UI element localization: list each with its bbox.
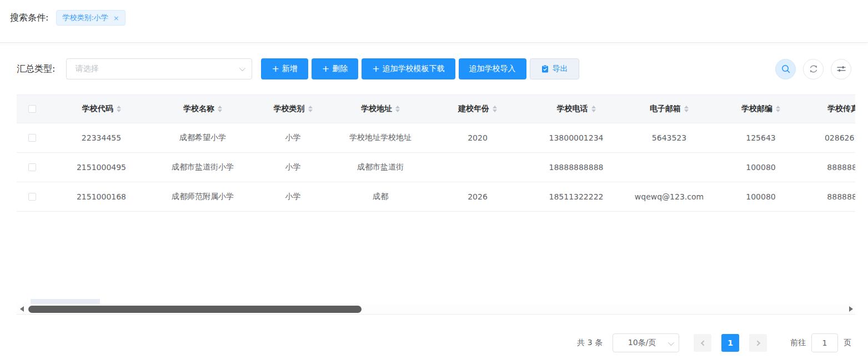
refresh-icon — [809, 64, 819, 74]
table-empty-area — [17, 211, 855, 304]
cell-school-code: 2151000495 — [47, 153, 155, 182]
cell-school-phone: 13800001234 — [530, 123, 622, 152]
chevron-left-icon — [700, 340, 706, 346]
sort-icon[interactable] — [776, 106, 780, 112]
chevron-down-icon — [239, 65, 245, 71]
cell-school-phone: 18888888888 — [530, 153, 622, 182]
total-count: 共 3 条 — [577, 338, 603, 348]
cell-school-code: 22334455 — [47, 123, 155, 152]
add-button-label: 新增 — [282, 64, 298, 74]
summary-type-label: 汇总类型: — [17, 63, 55, 75]
select-all-checkbox[interactable] — [28, 105, 36, 113]
sort-icon[interactable] — [117, 106, 121, 112]
import-button-label: 追加学校导入 — [469, 64, 516, 74]
template-download-button[interactable]: + 追加学校模板下载 — [362, 58, 455, 79]
column-header: 学校代码 — [47, 95, 155, 123]
cell-school-name: 成都市盐道街小学 — [155, 153, 250, 182]
scrollbar-track[interactable] — [24, 305, 849, 313]
school-table: 学校代码 学校名称 学校类别 学校地址 建校年份 学校电话 电子邮箱 学校邮编 … — [17, 94, 855, 315]
cell-school-code: 2151000168 — [47, 182, 155, 211]
sort-icon[interactable] — [684, 106, 689, 112]
pagination: 共 3 条 10条/页 1 前往 页 — [0, 333, 868, 352]
refresh-button[interactable] — [803, 59, 824, 79]
export-button[interactable]: 导出 — [530, 58, 579, 79]
plus-icon: + — [272, 64, 279, 73]
scrollbar-thumb[interactable] — [28, 306, 362, 313]
cell-school-type: 小学 — [250, 153, 336, 182]
cell-school-address: 成都 — [336, 182, 425, 211]
cell-school-type: 小学 — [250, 182, 336, 211]
tag-close-icon[interactable]: × — [113, 14, 119, 22]
prev-page-button[interactable] — [694, 334, 711, 352]
clipboard-check-icon — [541, 64, 549, 73]
cell-school-name: 成都希望小学 — [155, 123, 250, 152]
sort-icon[interactable] — [493, 106, 497, 112]
table-header-row: 学校代码 学校名称 学校类别 学校地址 建校年份 学校电话 电子邮箱 学校邮编 … — [17, 94, 855, 123]
cell-fax: 88888888 — [805, 182, 855, 211]
summary-type-select[interactable]: 请选择 — [66, 58, 252, 79]
scroll-left-arrow-icon[interactable] — [20, 306, 24, 312]
sort-icon[interactable] — [591, 106, 596, 112]
search-icon — [781, 64, 791, 74]
column-header: 学校邮编 — [716, 95, 805, 123]
cell-email — [622, 153, 716, 182]
sliders-icon — [836, 64, 846, 74]
delete-button-label: 删除 — [332, 64, 348, 74]
table-row: 22334455 成都希望小学 小学 学校地址学校地址 2020 1380000… — [17, 123, 855, 152]
delete-button[interactable]: + 删除 — [312, 58, 358, 79]
cell-fax: 028626100 — [805, 123, 855, 152]
cell-fax: 88888888 — [805, 153, 855, 182]
horizontal-scrollbar[interactable] — [17, 304, 855, 315]
cell-school-name: 成都师范附属小学 — [155, 182, 250, 211]
column-header: 学校名称 — [155, 95, 250, 123]
cell-postcode: 100080 — [716, 153, 805, 182]
next-page-button[interactable] — [749, 334, 767, 352]
cell-founding-year: 2026 — [425, 182, 530, 211]
column-header: 学校地址 — [336, 95, 425, 123]
cell-school-type: 小学 — [250, 123, 336, 152]
cell-school-address: 成都市盐道街 — [336, 153, 425, 182]
cell-email: wqewq@123.com — [622, 182, 716, 211]
page-number-button[interactable]: 1 — [721, 334, 739, 352]
cell-school-phone: 18511322222 — [530, 182, 622, 211]
column-header: 学校传真 — [805, 95, 855, 123]
search-button[interactable] — [775, 59, 796, 79]
search-condition-bar: 搜索条件: 学校类别:小学 × — [0, 0, 868, 43]
cell-postcode: 125643 — [716, 123, 805, 152]
toolbar: 汇总类型: 请选择 + 新增 + 删除 + 追加学校模板下载 追加学校导入 — [17, 58, 851, 79]
cell-postcode: 100080 — [716, 182, 805, 211]
column-header: 学校电话 — [530, 95, 622, 123]
column-header: 建校年份 — [425, 95, 530, 123]
search-condition-label: 搜索条件: — [10, 10, 48, 26]
fixed-column-edge-decoration — [31, 299, 100, 304]
column-header: 电子邮箱 — [622, 95, 716, 123]
row-checkbox[interactable] — [28, 134, 36, 142]
goto-label: 前往 — [790, 338, 806, 348]
export-button-label: 导出 — [553, 64, 568, 74]
chevron-down-icon — [668, 340, 674, 346]
template-download-button-label: 追加学校模板下载 — [383, 64, 445, 74]
table-row: 2151000495 成都市盐道街小学 小学 成都市盐道街 1888888888… — [17, 152, 855, 182]
import-button[interactable]: 追加学校导入 — [459, 58, 526, 79]
filter-tag: 学校类别:小学 × — [56, 10, 125, 26]
filter-tag-label: 学校类别:小学 — [62, 13, 108, 23]
cell-founding-year: 2020 — [425, 123, 530, 152]
column-settings-button[interactable] — [831, 59, 851, 79]
cell-school-address: 学校地址学校地址 — [336, 123, 425, 152]
row-checkbox[interactable] — [28, 163, 36, 171]
table-row: 2151000168 成都师范附属小学 小学 成都 2026 185113222… — [17, 182, 855, 211]
column-header: 学校类别 — [250, 95, 336, 123]
goto-page-input[interactable] — [811, 333, 838, 352]
scroll-right-arrow-icon[interactable] — [849, 306, 853, 312]
sort-icon[interactable] — [395, 106, 400, 112]
plus-icon: + — [372, 64, 379, 73]
page-size-select[interactable]: 10条/页 — [613, 333, 679, 352]
page-size-value: 10条/页 — [628, 338, 656, 348]
sort-icon[interactable] — [308, 106, 313, 112]
add-button[interactable]: + 新增 — [261, 58, 308, 79]
cell-email: 5643523 — [622, 123, 716, 152]
cell-founding-year — [425, 153, 530, 182]
row-checkbox[interactable] — [28, 193, 36, 201]
plus-icon: + — [322, 64, 329, 73]
sort-icon[interactable] — [218, 106, 222, 112]
